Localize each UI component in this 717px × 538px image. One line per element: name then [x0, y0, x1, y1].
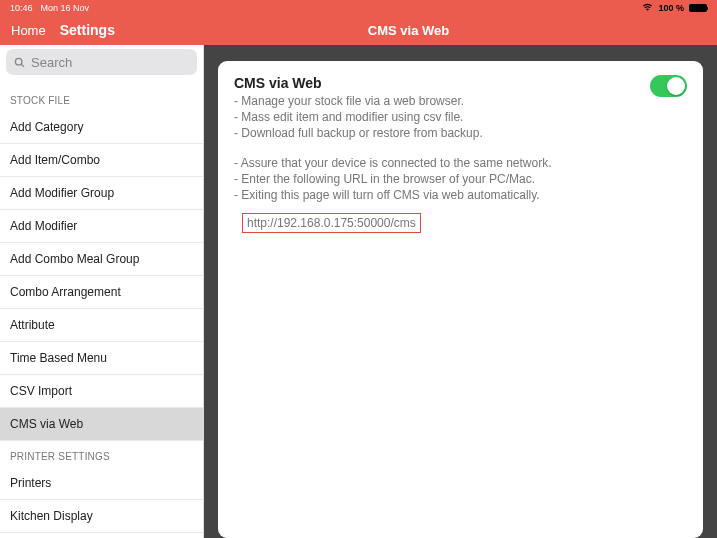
- svg-point-0: [648, 10, 649, 11]
- status-date: Mon 16 Nov: [41, 3, 90, 13]
- status-bar: 10:46 Mon 16 Nov 100 %: [0, 0, 717, 15]
- sidebar-item-csv-import[interactable]: CSV Import: [0, 375, 203, 408]
- search-icon: [13, 56, 26, 69]
- sidebar-item-add-modifier-group[interactable]: Add Modifier Group: [0, 177, 203, 210]
- toggle-knob: [667, 77, 685, 95]
- desc-line: - Exiting this page will turn off CMS vi…: [234, 187, 650, 203]
- status-time: 10:46: [10, 3, 33, 13]
- cms-url[interactable]: http://192.168.0.175:50000/cms: [242, 213, 421, 233]
- cms-toggle[interactable]: [650, 75, 687, 97]
- page-title: CMS via Web: [368, 23, 449, 38]
- sidebar: Search STOCK FILE Add Category Add Item/…: [0, 45, 204, 538]
- search-placeholder: Search: [31, 55, 72, 70]
- desc-line: - Assure that your device is connected t…: [234, 155, 650, 171]
- sidebar-item-combo-arrangement[interactable]: Combo Arrangement: [0, 276, 203, 309]
- svg-point-1: [15, 58, 22, 65]
- sidebar-item-cms-via-web[interactable]: CMS via Web: [0, 408, 203, 441]
- nav-header: Home Settings CMS via Web: [0, 15, 717, 45]
- sidebar-item-kitchen-display[interactable]: Kitchen Display: [0, 500, 203, 533]
- section-header-stock: STOCK FILE: [0, 81, 203, 111]
- sidebar-item-add-item-combo[interactable]: Add Item/Combo: [0, 144, 203, 177]
- battery-icon: [689, 4, 707, 12]
- sidebar-item-add-combo-meal-group[interactable]: Add Combo Meal Group: [0, 243, 203, 276]
- sidebar-item-time-based-menu[interactable]: Time Based Menu: [0, 342, 203, 375]
- sidebar-item-add-category[interactable]: Add Category: [0, 111, 203, 144]
- card-title: CMS via Web: [234, 75, 650, 91]
- svg-line-2: [21, 64, 24, 67]
- detail-area: CMS via Web - Manage your stock file via…: [204, 45, 717, 538]
- battery-percent: 100 %: [658, 3, 684, 13]
- section-header-printer: PRINTER SETTINGS: [0, 441, 203, 467]
- desc-line: - Download full backup or restore from b…: [234, 125, 650, 141]
- settings-card: CMS via Web - Manage your stock file via…: [218, 61, 703, 538]
- sidebar-item-add-modifier[interactable]: Add Modifier: [0, 210, 203, 243]
- wifi-icon: [642, 2, 653, 13]
- desc-line: - Mass edit item and modifier using csv …: [234, 109, 650, 125]
- search-input[interactable]: Search: [6, 49, 197, 75]
- sidebar-item-attribute[interactable]: Attribute: [0, 309, 203, 342]
- nav-home-button[interactable]: Home: [11, 23, 46, 38]
- desc-line: - Manage your stock file via a web brows…: [234, 93, 650, 109]
- desc-line: - Enter the following URL in the browser…: [234, 171, 650, 187]
- sidebar-item-printers[interactable]: Printers: [0, 467, 203, 500]
- nav-settings-title: Settings: [60, 22, 115, 38]
